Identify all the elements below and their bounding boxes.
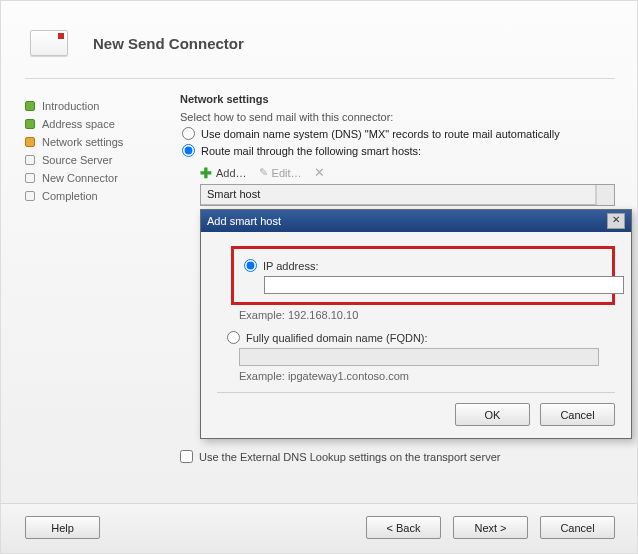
step-label: Completion [42,190,98,202]
ip-example-text: Example: 192.168.10.10 [239,309,615,321]
add-label: Add… [216,167,247,179]
help-button[interactable]: Help [25,516,100,539]
option-fqdn-label: Fully qualified domain name (FQDN): [246,332,428,344]
dialog-cancel-button[interactable]: Cancel [540,403,615,426]
close-icon[interactable]: ✕ [607,213,625,229]
step-source-server: Source Server [25,151,180,169]
fqdn-input [239,348,599,366]
step-label: Source Server [42,154,112,166]
dialog-titlebar: Add smart host ✕ [201,210,631,232]
wizard-steps: Introduction Address space Network setti… [25,93,180,463]
option-dns-radio[interactable] [182,127,195,140]
ip-highlight-region: IP address: [231,246,615,305]
option-fqdn-radio[interactable] [227,331,240,344]
smarthost-toolbar: ✚ Add… ✎ Edit… ✕ [200,165,615,180]
option-dns-label: Use domain name system (DNS) "MX" record… [201,128,560,140]
ip-input-wrap [264,276,604,294]
plus-icon: ✚ [200,166,212,180]
external-dns-label: Use the External DNS Lookup settings on … [199,451,500,463]
delete-icon: ✕ [314,165,325,180]
connector-icon [25,19,73,67]
step-label: Introduction [42,100,99,112]
grid-scrollbar[interactable] [596,185,614,205]
delete-button: ✕ [314,165,325,180]
external-dns-row[interactable]: Use the External DNS Lookup settings on … [180,450,500,463]
option-smarthost-row[interactable]: Route mail through the following smart h… [180,144,615,157]
back-button[interactable]: < Back [366,516,441,539]
instruction-text: Select how to send mail with this connec… [180,111,615,123]
dialog-title-text: Add smart host [207,215,281,227]
option-ip-radio[interactable] [244,259,257,272]
dialog-ok-button[interactable]: OK [455,403,530,426]
content-pane: Network settings Select how to send mail… [180,93,615,463]
step-label: New Connector [42,172,118,184]
step-address-space: Address space [25,115,180,133]
step-completion: Completion [25,187,180,205]
external-dns-checkbox[interactable] [180,450,193,463]
ip-address-input[interactable] [264,276,624,294]
add-button[interactable]: ✚ Add… [200,166,247,180]
step-new-connector: New Connector [25,169,180,187]
wizard-footer: Help < Back Next > Cancel [1,503,637,553]
grid-header-smart-host: Smart host [201,185,596,205]
step-label: Address space [42,118,115,130]
option-dns-row[interactable]: Use domain name system (DNS) "MX" record… [180,127,615,140]
option-fqdn-row[interactable]: Fully qualified domain name (FQDN): [225,331,615,344]
option-ip-label: IP address: [263,260,318,272]
add-smart-host-dialog: Add smart host ✕ IP address: Example: 19… [200,209,632,439]
pencil-icon: ✎ [259,166,268,179]
edit-button: ✎ Edit… [259,166,302,179]
step-label: Network settings [42,136,123,148]
next-button[interactable]: Next > [453,516,528,539]
edit-label: Edit… [272,167,302,179]
step-introduction: Introduction [25,97,180,115]
option-smarthost-radio[interactable] [182,144,195,157]
fqdn-input-wrap [239,348,615,366]
section-title: Network settings [180,93,615,105]
header-title: New Send Connector [93,35,244,52]
step-network-settings: Network settings [25,133,180,151]
fqdn-example-text: Example: ipgateway1.contoso.com [239,370,615,382]
smarthost-grid[interactable]: Smart host [200,184,615,206]
option-ip-row[interactable]: IP address: [242,259,604,272]
header: New Send Connector [1,1,637,73]
wizard-window: New Send Connector Introduction Address … [0,0,638,554]
option-smarthost-label: Route mail through the following smart h… [201,145,421,157]
cancel-button[interactable]: Cancel [540,516,615,539]
